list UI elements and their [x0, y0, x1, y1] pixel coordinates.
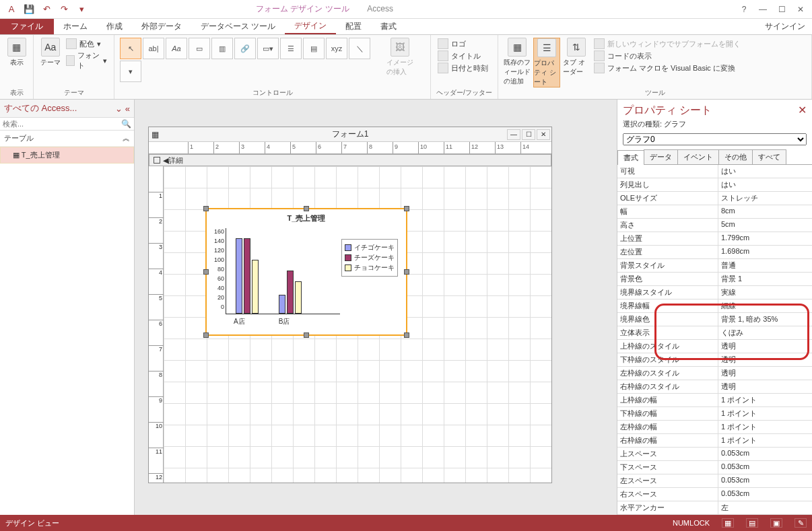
insert-image-button[interactable]: 🖼イメージの挿入: [386, 38, 413, 77]
colors-button[interactable]: 配色 ▾: [65, 38, 108, 50]
form-grid[interactable]: T_売上管理 160140120100806040200 A店B店 イチゴケーキ…: [164, 166, 551, 483]
property-row[interactable]: 下枠線のスタイル透明: [617, 353, 812, 367]
textbox-tool-icon[interactable]: ab|: [143, 38, 164, 59]
property-grid[interactable]: 可視はい列見出しはいOLEサイズストレッチ幅8cm高さ5cm上位置1.799cm…: [617, 165, 812, 515]
detail-section-bar[interactable]: ◀ 詳細: [149, 154, 551, 166]
view-code-button[interactable]: コードの表示: [593, 50, 742, 62]
view-datasheet-icon[interactable]: ▤: [746, 518, 758, 528]
convert-macro-button[interactable]: フォーム マクロを Visual Basic に変換: [593, 62, 742, 74]
line-tool-icon[interactable]: ＼: [349, 38, 370, 59]
resize-handle[interactable]: [203, 206, 209, 211]
theme-button[interactable]: Aaテーマ: [39, 38, 62, 67]
qat-customize-icon[interactable]: ▾: [74, 2, 89, 17]
property-row[interactable]: 境界線色背景 1, 暗め 35%: [617, 313, 812, 326]
property-row[interactable]: 上位置1.799cm: [617, 232, 812, 246]
property-tab[interactable]: イベント: [677, 149, 719, 164]
property-row[interactable]: 境界線幅細線: [617, 299, 812, 313]
form-maximize-icon[interactable]: ☐: [522, 129, 535, 140]
maximize-icon[interactable]: ☐: [773, 2, 790, 17]
chart-control[interactable]: T_売上管理 160140120100806040200 A店B店 イチゴケーキ…: [205, 208, 407, 336]
list-tool-icon[interactable]: ☰: [280, 38, 302, 59]
property-row[interactable]: 左スペース0.053cm: [617, 474, 812, 488]
resize-handle[interactable]: [404, 332, 409, 338]
property-row[interactable]: 下スペース0.053cm: [617, 461, 812, 474]
controls-gallery[interactable]: ↖ ab| Aa ▭ ▥ 🔗 ▭▾ ☰ ▤ xyz ＼ ▾: [120, 38, 384, 82]
navpane-search[interactable]: 🔍: [0, 118, 134, 131]
subform-newwin-button[interactable]: 新しいウィンドウでサブフォームを開く: [593, 38, 742, 50]
navpane-group-tables[interactable]: テーブル︽: [0, 131, 134, 147]
form-close-icon[interactable]: ✕: [537, 129, 550, 140]
datetime-button[interactable]: 日付と時刻: [436, 62, 492, 74]
navpane-header[interactable]: すべての Access... ⌄ «: [0, 100, 134, 118]
pointer-tool-icon[interactable]: ↖: [120, 38, 141, 59]
property-row[interactable]: 上枠線の幅1 ポイント: [617, 394, 812, 407]
add-field-button[interactable]: ▦既存のフィールドの追加: [504, 38, 531, 86]
navpane-dropdown-icon[interactable]: ⌄ «: [115, 104, 130, 114]
navpane-item-table[interactable]: ▦ T_売上管理: [0, 147, 134, 164]
property-row[interactable]: 可視はい: [617, 165, 812, 178]
label-tool-icon[interactable]: Aa: [166, 38, 187, 59]
property-row[interactable]: 上枠線のスタイル透明: [617, 340, 812, 353]
subform-tool-icon[interactable]: xyz: [326, 38, 347, 59]
tab-home[interactable]: ホーム: [54, 19, 97, 34]
property-tab[interactable]: その他: [718, 149, 753, 164]
view-form-icon[interactable]: ▦: [722, 518, 734, 528]
view-button[interactable]: ▦表示: [5, 38, 28, 67]
help-icon[interactable]: ?: [735, 2, 753, 17]
chart-tool-icon[interactable]: ▤: [303, 38, 325, 59]
property-row[interactable]: 背景スタイル普通: [617, 259, 812, 273]
resize-handle[interactable]: [404, 206, 409, 211]
property-row[interactable]: 左位置1.698cm: [617, 246, 812, 259]
resize-handle[interactable]: [404, 269, 409, 275]
property-row[interactable]: OLEサイズストレッチ: [617, 192, 812, 205]
resize-handle[interactable]: [203, 332, 209, 338]
collapse-icon[interactable]: ︽: [123, 133, 130, 143]
tab-order-button[interactable]: ⇅タブ オーダー: [563, 38, 590, 77]
property-sheet-button[interactable]: ☰プロパティ シート: [533, 38, 560, 87]
more-tools-icon[interactable]: ▾: [120, 61, 141, 82]
property-row[interactable]: 背景色背景 1: [617, 273, 812, 286]
property-row[interactable]: 境界線スタイル実線: [617, 286, 812, 299]
qat-undo-icon[interactable]: ↶: [39, 2, 54, 17]
property-tab[interactable]: すべて: [752, 149, 786, 164]
tab-external[interactable]: 外部データ: [132, 19, 191, 34]
design-canvas[interactable]: ▦ フォーム1 — ☐ ✕ 1234567891011121314 ◀ 詳細 1…: [135, 100, 617, 515]
property-object-select[interactable]: グラフ0: [623, 133, 807, 145]
qat-save-icon[interactable]: 💾: [22, 2, 36, 17]
title-button[interactable]: タイトル: [436, 50, 492, 62]
view-design-icon[interactable]: ✎: [794, 518, 807, 528]
search-icon[interactable]: 🔍: [121, 119, 131, 129]
property-row[interactable]: 立体表示くぼみ: [617, 326, 812, 340]
file-tab[interactable]: ファイル: [0, 19, 54, 34]
logo-button[interactable]: ロゴ: [436, 38, 492, 50]
qat-redo-icon[interactable]: ↷: [57, 2, 71, 17]
tab-design[interactable]: デザイン: [285, 19, 336, 34]
signin-link[interactable]: サインイン: [765, 19, 812, 34]
tab-arrange[interactable]: 配置: [336, 19, 371, 34]
property-tab[interactable]: データ: [644, 149, 678, 164]
property-row[interactable]: 下枠線の幅1 ポイント: [617, 407, 812, 421]
button-tool-icon[interactable]: ▭: [189, 38, 210, 59]
property-tab[interactable]: 書式: [617, 150, 644, 165]
form-titlebar[interactable]: ▦ フォーム1 — ☐ ✕: [149, 127, 551, 142]
property-row[interactable]: 水平アンカー左: [617, 501, 812, 515]
link-tool-icon[interactable]: 🔗: [234, 38, 256, 59]
fonts-button[interactable]: フォント ▾: [65, 50, 108, 71]
tab-tool-icon[interactable]: ▥: [211, 38, 233, 59]
tab-create[interactable]: 作成: [97, 19, 132, 34]
close-icon[interactable]: ✕: [792, 2, 809, 17]
property-row[interactable]: 左枠線のスタイル透明: [617, 367, 812, 380]
property-sheet-close-icon[interactable]: ✕: [798, 104, 807, 118]
property-row[interactable]: 右枠線の幅1 ポイント: [617, 434, 812, 448]
view-layout-icon[interactable]: ▣: [770, 518, 782, 528]
property-row[interactable]: 右スペース0.053cm: [617, 488, 812, 501]
minimize-icon[interactable]: —: [754, 2, 772, 17]
property-row[interactable]: 左枠線の幅1 ポイント: [617, 421, 812, 434]
resize-handle[interactable]: [304, 206, 309, 211]
search-input[interactable]: [3, 120, 121, 128]
tab-format[interactable]: 書式: [371, 19, 406, 34]
property-row[interactable]: 高さ5cm: [617, 219, 812, 232]
combo-tool-icon[interactable]: ▭▾: [257, 38, 279, 59]
form-minimize-icon[interactable]: —: [507, 129, 520, 140]
property-row[interactable]: 上スペース0.053cm: [617, 448, 812, 461]
